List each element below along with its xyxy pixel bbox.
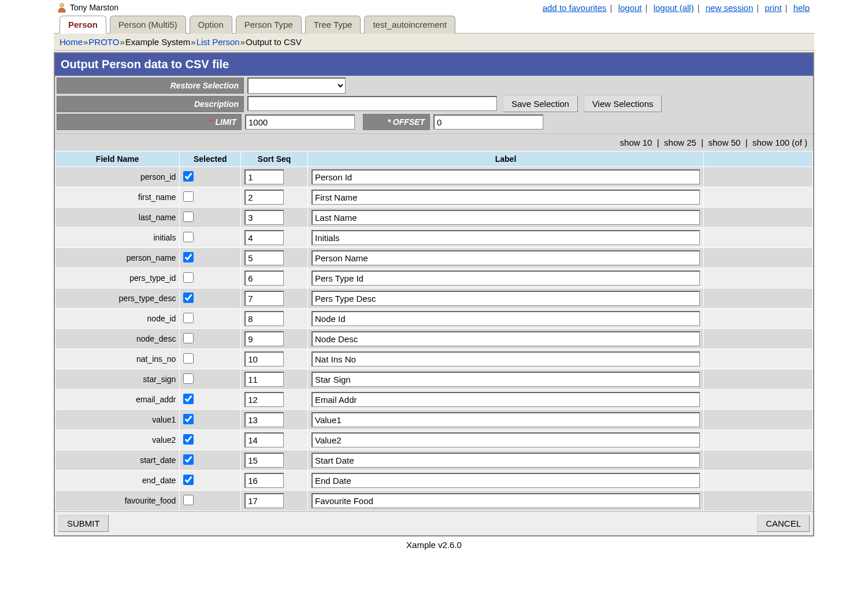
table-row: person_name bbox=[55, 248, 813, 268]
label-input[interactable] bbox=[311, 250, 700, 265]
selected-checkbox[interactable] bbox=[183, 252, 194, 262]
selected-checkbox[interactable] bbox=[183, 212, 194, 222]
link-new-session[interactable]: new session bbox=[706, 3, 754, 13]
label-input[interactable] bbox=[311, 351, 700, 367]
selected-checkbox[interactable] bbox=[183, 313, 194, 323]
label-input[interactable] bbox=[311, 311, 700, 326]
user-icon bbox=[57, 2, 66, 13]
sort-seq-input[interactable] bbox=[244, 291, 284, 306]
restore-select[interactable] bbox=[247, 77, 346, 94]
tab-option[interactable]: Option bbox=[190, 16, 232, 34]
sort-seq-input[interactable] bbox=[244, 230, 284, 245]
label-input[interactable] bbox=[311, 291, 700, 306]
submit-button[interactable]: SUBMIT bbox=[58, 515, 109, 532]
show-50[interactable]: show 50 bbox=[709, 138, 741, 147]
sort-seq-input[interactable] bbox=[244, 493, 284, 508]
selected-checkbox[interactable] bbox=[183, 353, 194, 364]
label-input[interactable] bbox=[311, 210, 700, 225]
link-logout[interactable]: logout bbox=[618, 3, 642, 13]
col-selected: Selected bbox=[180, 151, 241, 167]
selected-checkbox[interactable] bbox=[183, 171, 194, 182]
sort-seq-input[interactable] bbox=[244, 351, 284, 367]
footer-version: Xample v2.6.0 bbox=[54, 536, 814, 553]
selected-checkbox[interactable] bbox=[183, 475, 194, 485]
table-row: first_name bbox=[55, 187, 813, 208]
label-input[interactable] bbox=[311, 412, 700, 427]
label-input[interactable] bbox=[311, 230, 700, 245]
selected-checkbox[interactable] bbox=[183, 293, 194, 303]
link-logout-all[interactable]: logout (all) bbox=[654, 3, 694, 13]
selected-checkbox[interactable] bbox=[183, 272, 194, 283]
cancel-button[interactable]: CANCEL bbox=[757, 515, 810, 532]
breadcrumb: Home»PROTO»Example System»List Person»Ou… bbox=[54, 34, 814, 51]
svg-point-0 bbox=[60, 3, 64, 7]
sort-seq-input[interactable] bbox=[244, 412, 284, 427]
show-10[interactable]: show 10 bbox=[620, 138, 652, 147]
tab-person[interactable]: Person bbox=[60, 16, 106, 34]
sort-seq-input[interactable] bbox=[244, 392, 284, 407]
table-row: node_id bbox=[55, 309, 813, 329]
label-input[interactable] bbox=[311, 331, 700, 346]
sort-seq-input[interactable] bbox=[244, 190, 284, 205]
sort-seq-input[interactable] bbox=[244, 271, 284, 286]
top-links: add to favourites| logout| logout (all)|… bbox=[541, 3, 811, 13]
bc-proto[interactable]: PROTO bbox=[88, 37, 119, 47]
label-input[interactable] bbox=[311, 392, 700, 407]
link-help[interactable]: help bbox=[793, 3, 810, 13]
page-title: Output Person data to CSV file bbox=[55, 53, 813, 76]
selected-checkbox[interactable] bbox=[183, 394, 194, 404]
selected-checkbox[interactable] bbox=[183, 434, 194, 445]
save-selection-button[interactable]: Save Selection bbox=[503, 95, 578, 112]
selected-checkbox[interactable] bbox=[183, 232, 194, 242]
show-25[interactable]: show 25 bbox=[664, 138, 696, 147]
label-input[interactable] bbox=[311, 271, 700, 286]
sort-seq-input[interactable] bbox=[244, 210, 284, 225]
label-input[interactable] bbox=[311, 453, 700, 468]
selected-checkbox[interactable] bbox=[183, 333, 194, 343]
link-print[interactable]: print bbox=[765, 3, 781, 13]
selected-checkbox[interactable] bbox=[183, 414, 194, 424]
bc-list[interactable]: List Person bbox=[196, 37, 240, 47]
table-row: end_date bbox=[55, 471, 813, 491]
selected-checkbox[interactable] bbox=[183, 495, 194, 505]
label-input[interactable] bbox=[311, 190, 700, 205]
sort-seq-input[interactable] bbox=[244, 432, 284, 447]
show-100[interactable]: show 100 (of ) bbox=[752, 138, 807, 147]
description-input[interactable] bbox=[247, 96, 497, 111]
bc-home[interactable]: Home bbox=[60, 37, 83, 47]
tab-person-multi5-[interactable]: Person (Multi5) bbox=[110, 16, 186, 34]
sort-seq-input[interactable] bbox=[244, 311, 284, 326]
view-selections-button[interactable]: View Selections bbox=[584, 95, 662, 112]
label-description: Description bbox=[57, 96, 244, 112]
field-name: node_id bbox=[55, 309, 180, 329]
table-row: favourite_food bbox=[55, 491, 813, 511]
sort-seq-input[interactable] bbox=[244, 453, 284, 468]
field-name: value2 bbox=[55, 430, 180, 450]
table-row: nat_ins_no bbox=[55, 349, 813, 369]
label-input[interactable] bbox=[311, 473, 700, 488]
offset-input[interactable] bbox=[433, 114, 543, 129]
sort-seq-input[interactable] bbox=[244, 331, 284, 346]
selected-checkbox[interactable] bbox=[183, 191, 194, 202]
label-input[interactable] bbox=[311, 493, 700, 508]
link-favourites[interactable]: add to favourites bbox=[543, 3, 607, 13]
table-row: pers_type_id bbox=[55, 268, 813, 288]
selected-checkbox[interactable] bbox=[183, 454, 194, 465]
label-input[interactable] bbox=[311, 372, 700, 387]
sort-seq-input[interactable] bbox=[244, 473, 284, 488]
label-input[interactable] bbox=[311, 432, 700, 447]
limit-input[interactable] bbox=[245, 114, 355, 129]
col-label: Label bbox=[308, 151, 704, 167]
tab-person-type[interactable]: Person Type bbox=[236, 16, 302, 34]
sort-seq-input[interactable] bbox=[244, 250, 284, 265]
field-name: initials bbox=[55, 228, 180, 248]
sort-seq-input[interactable] bbox=[244, 169, 284, 184]
table-row: pers_type_desc bbox=[55, 288, 813, 309]
tab-tree-type[interactable]: Tree Type bbox=[305, 16, 361, 34]
tab-test-autoincrement[interactable]: test_autoincrement bbox=[364, 16, 455, 34]
sort-seq-input[interactable] bbox=[244, 372, 284, 387]
table-row: value1 bbox=[55, 410, 813, 430]
selected-checkbox[interactable] bbox=[183, 373, 194, 384]
label-input[interactable] bbox=[311, 169, 700, 184]
table-row: last_name bbox=[55, 208, 813, 228]
